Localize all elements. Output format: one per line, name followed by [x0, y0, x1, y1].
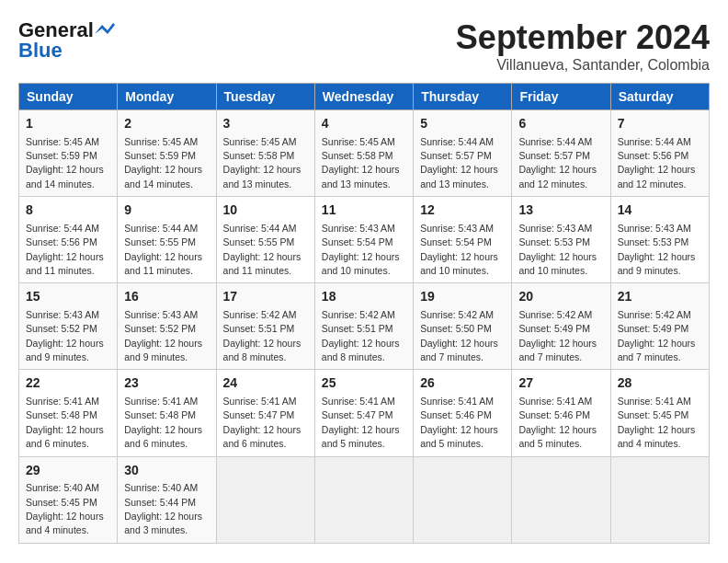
- day-number: 2: [124, 115, 209, 133]
- month-title: September 2024: [456, 18, 710, 57]
- table-row: 2Sunrise: 5:45 AMSunset: 5:59 PMDaylight…: [118, 110, 216, 197]
- day-number: 10: [223, 201, 308, 220]
- table-row: [610, 456, 709, 543]
- table-row: 23Sunrise: 5:41 AMSunset: 5:48 PMDayligh…: [118, 370, 216, 456]
- day-info: Sunrise: 5:40 AMSunset: 5:44 PMDaylight:…: [124, 482, 202, 535]
- day-info: Sunrise: 5:45 AMSunset: 5:58 PMDaylight:…: [322, 136, 400, 190]
- table-row: 25Sunrise: 5:41 AMSunset: 5:47 PMDayligh…: [314, 370, 413, 456]
- table-row: 19Sunrise: 5:42 AMSunset: 5:50 PMDayligh…: [414, 283, 512, 370]
- table-row: 11Sunrise: 5:43 AMSunset: 5:54 PMDayligh…: [314, 197, 413, 283]
- day-info: Sunrise: 5:44 AMSunset: 5:55 PMDaylight:…: [124, 223, 202, 276]
- day-number: 4: [322, 115, 406, 133]
- table-row: 14Sunrise: 5:43 AMSunset: 5:53 PMDayligh…: [610, 197, 709, 283]
- table-row: 4Sunrise: 5:45 AMSunset: 5:58 PMDaylight…: [314, 110, 413, 197]
- day-number: 23: [124, 374, 209, 393]
- day-info: Sunrise: 5:44 AMSunset: 5:55 PMDaylight:…: [223, 223, 301, 276]
- table-row: 30Sunrise: 5:40 AMSunset: 5:44 PMDayligh…: [118, 456, 216, 543]
- col-header-thursday: Thursday: [414, 84, 512, 110]
- logo-blue: Blue: [18, 39, 63, 63]
- day-number: 15: [26, 288, 110, 306]
- table-row: 27Sunrise: 5:41 AMSunset: 5:46 PMDayligh…: [512, 370, 610, 456]
- day-info: Sunrise: 5:42 AMSunset: 5:51 PMDaylight:…: [223, 309, 301, 362]
- day-number: 3: [223, 115, 308, 133]
- day-number: 20: [518, 288, 603, 306]
- day-info: Sunrise: 5:41 AMSunset: 5:46 PMDaylight:…: [420, 396, 498, 449]
- day-info: Sunrise: 5:43 AMSunset: 5:54 PMDaylight:…: [420, 223, 498, 276]
- day-number: 27: [518, 374, 603, 393]
- table-row: 7Sunrise: 5:44 AMSunset: 5:56 PMDaylight…: [610, 110, 709, 197]
- day-info: Sunrise: 5:42 AMSunset: 5:49 PMDaylight:…: [618, 309, 696, 362]
- day-info: Sunrise: 5:41 AMSunset: 5:45 PMDaylight:…: [618, 396, 696, 449]
- day-number: 9: [124, 201, 209, 220]
- day-number: 12: [420, 201, 505, 220]
- table-row: 29Sunrise: 5:40 AMSunset: 5:45 PMDayligh…: [19, 456, 118, 543]
- table-row: [414, 456, 512, 543]
- day-info: Sunrise: 5:44 AMSunset: 5:56 PMDaylight:…: [26, 223, 104, 276]
- day-info: Sunrise: 5:45 AMSunset: 5:59 PMDaylight:…: [26, 136, 104, 190]
- day-info: Sunrise: 5:42 AMSunset: 5:49 PMDaylight:…: [518, 309, 597, 362]
- table-row: [216, 456, 314, 543]
- day-number: 6: [518, 115, 603, 133]
- header: General Blue September 2024 Villanueva, …: [18, 18, 710, 74]
- logo: General Blue: [18, 18, 115, 63]
- col-header-saturday: Saturday: [610, 84, 709, 110]
- day-number: 16: [124, 288, 209, 306]
- col-header-wednesday: Wednesday: [314, 84, 413, 110]
- day-info: Sunrise: 5:41 AMSunset: 5:47 PMDaylight:…: [322, 396, 400, 449]
- day-number: 14: [618, 201, 702, 220]
- day-info: Sunrise: 5:43 AMSunset: 5:54 PMDaylight:…: [322, 223, 400, 276]
- day-number: 11: [322, 201, 406, 220]
- day-number: 1: [26, 115, 110, 133]
- day-number: 24: [223, 374, 308, 393]
- day-number: 19: [420, 288, 505, 306]
- day-info: Sunrise: 5:43 AMSunset: 5:53 PMDaylight:…: [518, 223, 597, 276]
- day-info: Sunrise: 5:44 AMSunset: 5:56 PMDaylight:…: [618, 136, 696, 190]
- day-info: Sunrise: 5:43 AMSunset: 5:52 PMDaylight:…: [124, 309, 202, 362]
- day-info: Sunrise: 5:45 AMSunset: 5:58 PMDaylight:…: [223, 136, 301, 190]
- table-row: 20Sunrise: 5:42 AMSunset: 5:49 PMDayligh…: [512, 283, 610, 370]
- day-info: Sunrise: 5:40 AMSunset: 5:45 PMDaylight:…: [26, 482, 104, 535]
- day-number: 7: [618, 115, 702, 133]
- day-info: Sunrise: 5:42 AMSunset: 5:50 PMDaylight:…: [420, 309, 498, 362]
- table-row: 24Sunrise: 5:41 AMSunset: 5:47 PMDayligh…: [216, 370, 314, 456]
- table-row: 17Sunrise: 5:42 AMSunset: 5:51 PMDayligh…: [216, 283, 314, 370]
- svg-marker-0: [95, 23, 115, 34]
- table-row: 22Sunrise: 5:41 AMSunset: 5:48 PMDayligh…: [19, 370, 118, 456]
- table-row: [512, 456, 610, 543]
- table-row: 15Sunrise: 5:43 AMSunset: 5:52 PMDayligh…: [19, 283, 118, 370]
- calendar-table: SundayMondayTuesdayWednesdayThursdayFrid…: [18, 83, 710, 544]
- day-info: Sunrise: 5:43 AMSunset: 5:52 PMDaylight:…: [26, 309, 104, 362]
- day-info: Sunrise: 5:43 AMSunset: 5:53 PMDaylight:…: [618, 223, 696, 276]
- day-info: Sunrise: 5:42 AMSunset: 5:51 PMDaylight:…: [322, 309, 400, 362]
- table-row: 6Sunrise: 5:44 AMSunset: 5:57 PMDaylight…: [512, 110, 610, 197]
- col-header-tuesday: Tuesday: [216, 84, 314, 110]
- table-row: 10Sunrise: 5:44 AMSunset: 5:55 PMDayligh…: [216, 197, 314, 283]
- day-info: Sunrise: 5:41 AMSunset: 5:48 PMDaylight:…: [26, 396, 104, 449]
- day-info: Sunrise: 5:44 AMSunset: 5:57 PMDaylight:…: [518, 136, 597, 190]
- day-number: 26: [420, 374, 505, 393]
- table-row: 13Sunrise: 5:43 AMSunset: 5:53 PMDayligh…: [512, 197, 610, 283]
- table-row: 9Sunrise: 5:44 AMSunset: 5:55 PMDaylight…: [118, 197, 216, 283]
- table-row: 18Sunrise: 5:42 AMSunset: 5:51 PMDayligh…: [314, 283, 413, 370]
- day-number: 30: [124, 462, 209, 480]
- table-row: 5Sunrise: 5:44 AMSunset: 5:57 PMDaylight…: [414, 110, 512, 197]
- title-section: September 2024 Villanueva, Santander, Co…: [456, 18, 710, 74]
- col-header-monday: Monday: [118, 84, 216, 110]
- location-title: Villanueva, Santander, Colombia: [456, 57, 710, 74]
- table-row: 1Sunrise: 5:45 AMSunset: 5:59 PMDaylight…: [19, 110, 118, 197]
- table-row: 3Sunrise: 5:45 AMSunset: 5:58 PMDaylight…: [216, 110, 314, 197]
- day-number: 5: [420, 115, 505, 133]
- day-number: 13: [518, 201, 603, 220]
- table-row: 26Sunrise: 5:41 AMSunset: 5:46 PMDayligh…: [414, 370, 512, 456]
- table-row: 28Sunrise: 5:41 AMSunset: 5:45 PMDayligh…: [610, 370, 709, 456]
- day-info: Sunrise: 5:44 AMSunset: 5:57 PMDaylight:…: [420, 136, 498, 190]
- table-row: 21Sunrise: 5:42 AMSunset: 5:49 PMDayligh…: [610, 283, 709, 370]
- table-row: [314, 456, 413, 543]
- day-number: 17: [223, 288, 308, 306]
- table-row: 12Sunrise: 5:43 AMSunset: 5:54 PMDayligh…: [414, 197, 512, 283]
- day-info: Sunrise: 5:41 AMSunset: 5:48 PMDaylight:…: [124, 396, 202, 449]
- col-header-friday: Friday: [512, 84, 610, 110]
- day-number: 21: [618, 288, 702, 306]
- day-info: Sunrise: 5:45 AMSunset: 5:59 PMDaylight:…: [124, 136, 202, 190]
- day-number: 18: [322, 288, 406, 306]
